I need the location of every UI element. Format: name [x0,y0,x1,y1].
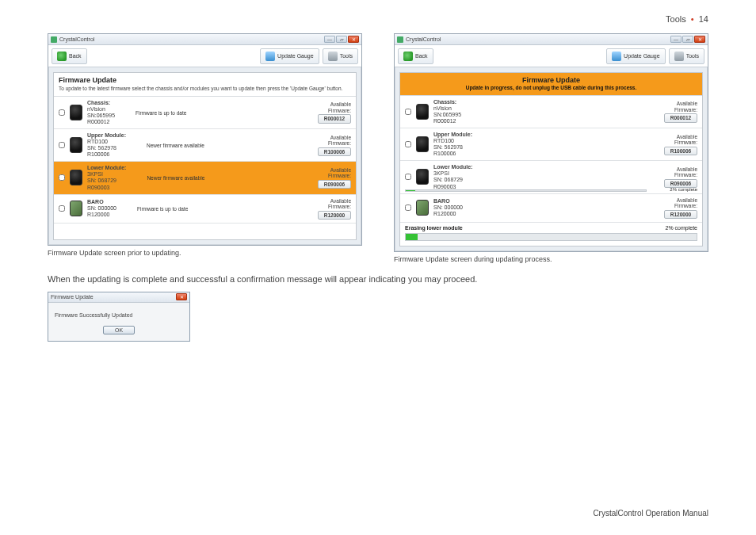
back-label: Back [69,53,82,59]
module-row: Upper Module: RTD100 SN: 562978 R100006 … [400,128,702,161]
module-info: Upper Module: RTD100 SN: 562978 R100006 [433,132,472,157]
module-available: Available Firmware: R120000 [664,197,697,219]
back-button[interactable]: Back [398,48,433,64]
app-window-during: CrystalControl — ▱ ✕ Back [394,33,708,252]
module-row: Lower Module: 3KPSI SN: 068729 R090003 A… [400,161,702,193]
module-row: Chassis: nVision SN:065995 R000012 Firmw… [54,97,356,129]
module-row: BARO SN: 000000 R120000 Available Firmwa… [400,194,702,223]
module-icon [416,169,429,185]
tools-label: Tools [340,53,353,59]
module-info: Chassis: nVision SN:065995 R000012 [433,99,461,124]
dialog-message: Firmware Successfully Updated [55,312,183,318]
toolbar: Back Update Gauge Tools [395,45,708,67]
section-label: Tools [666,14,686,24]
module-row: Lower Module: 3KPSI SN: 068729 R090003 N… [54,162,356,194]
module-checkbox[interactable] [59,142,65,148]
module-row: Upper Module: RTD100 SN: 562978 R100006 … [54,129,356,162]
module-icon [416,200,429,216]
maximize-button[interactable]: ▱ [682,36,693,43]
module-icon [70,105,82,120]
module-icon [416,136,429,152]
close-button[interactable]: ✕ [348,36,359,43]
module-row: BARO SN: 000000 R120000 Firmware is up t… [54,195,356,224]
close-button[interactable]: ✕ [694,36,705,43]
dialog-title: Firmware Update [51,294,94,300]
stage-heading: Firmware Update To update to the latest … [54,73,356,97]
module-status: Firmware is up to date [120,110,313,116]
app-icon [397,36,403,43]
tools-button[interactable]: Tools [323,48,358,64]
heading-title: Firmware Update [59,76,351,84]
module-status: Newer firmware available [131,143,313,148]
ok-button[interactable]: OK [103,326,135,334]
maximize-button[interactable]: ▱ [336,36,347,43]
titlebar: CrystalControl — ▱ ✕ [48,34,361,45]
stage-b: Firmware Update Update in progress, do n… [399,72,703,246]
bullet-icon: • [691,14,694,24]
module-checkbox[interactable] [405,204,411,211]
update-gauge-button[interactable]: Update Gauge [606,48,666,64]
row-progress-bar [405,189,647,192]
module-row: Chassis: nVision SN:065995 R000012 Avail… [400,96,702,128]
module-checkbox[interactable] [405,109,411,115]
module-info: Upper Module: RTD100 SN: 562978 R100006 [87,132,126,158]
back-label: Back [415,53,428,59]
tools-icon [674,52,684,61]
app-window-before: CrystalControl — ▱ ✕ Back [48,33,362,246]
confirmation-dialog: Firmware Update ✕ Firmware Successfully … [48,292,190,342]
firmware-pill[interactable]: R120000 [318,211,351,220]
titlebar: CrystalControl — ▱ ✕ [395,34,708,45]
module-info: Lower Module: 3KPSI SN: 068729 R090003 [87,165,126,190]
module-icon [416,104,429,120]
module-available: Available Firmware: R100006 [318,135,351,156]
update-icon [612,52,621,61]
module-available: Available Firmware: R000012 [318,101,351,123]
module-available: Available Firmware: R120000 [318,198,351,220]
module-checkbox[interactable] [59,205,65,212]
module-available: Available Firmware: R090006 [664,166,697,188]
module-status: Newer firmware available [131,175,313,181]
update-gauge-label: Update Gauge [277,53,314,59]
heading-title: Firmware Update [405,76,697,84]
module-icon [70,137,82,153]
back-icon [403,52,413,61]
heading-sub: Update in progress, do not unplug the US… [405,85,697,90]
tools-button[interactable]: Tools [669,48,704,64]
progress-message: Erasing lower module 2% complete [400,223,702,233]
window-title: CrystalControl [59,36,94,42]
footer-text: CrystalControl Operation Manual [593,509,708,518]
back-icon [57,52,67,61]
module-status: Firmware is up to date [121,206,313,212]
module-info: BARO SN: 000000 R120000 [433,198,463,217]
module-icon [70,201,82,216]
heading-sub: To update to the latest firmware select … [59,86,351,91]
module-checkbox[interactable] [405,174,411,180]
minimize-button[interactable]: — [324,36,335,43]
module-info: BARO SN: 000000 R120000 [87,199,116,218]
module-checkbox[interactable] [59,174,65,181]
firmware-pill[interactable]: R000012 [318,114,351,123]
firmware-pill[interactable]: R100006 [318,147,351,156]
module-checkbox[interactable] [405,141,411,147]
module-info: Lower Module: 3KPSI SN: 068729 R090003 [433,164,472,189]
tools-icon [328,52,338,61]
body-paragraph: When the updating is complete and succes… [48,274,708,284]
firmware-pill[interactable]: R000012 [664,113,697,122]
firmware-pill[interactable]: R120000 [664,210,697,219]
row-progress-pct: 2% complete [670,187,697,192]
module-info: Chassis: nVision SN:065995 R000012 [87,100,115,125]
stage-a: Firmware Update To update to the latest … [53,72,357,240]
tools-label: Tools [686,53,699,59]
back-button[interactable]: Back [52,48,87,64]
progress-pct: 2% complete [666,225,697,231]
module-available: Available Firmware: R100006 [664,134,697,155]
firmware-pill[interactable]: R090006 [318,180,351,189]
minimize-button[interactable]: — [670,36,682,43]
module-checkbox[interactable] [59,109,65,116]
dialog-close-button[interactable]: ✕ [176,293,187,300]
caption-a: Firmware Update screen prior to updating… [48,249,362,257]
module-available: Available Firmware: R090006 [318,167,351,189]
update-gauge-button[interactable]: Update Gauge [260,48,319,64]
module-icon [70,170,82,185]
firmware-pill[interactable]: R100006 [664,147,697,155]
